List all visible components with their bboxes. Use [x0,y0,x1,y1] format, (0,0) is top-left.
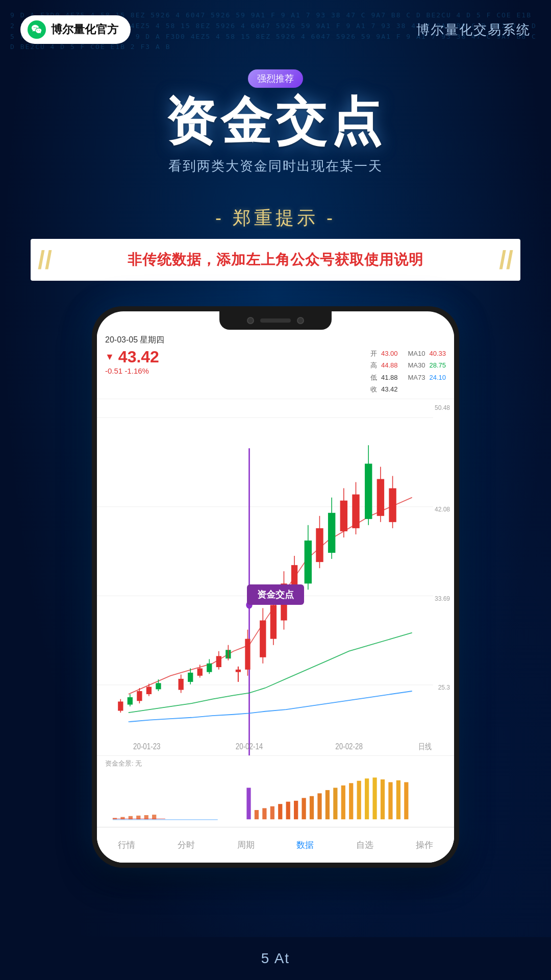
svg-rect-83 [381,779,385,819]
stock-values: 43.00 44.88 41.88 43.42 [381,348,398,396]
nav-label-fenshi: 分时 [178,839,195,851]
svg-rect-88 [113,818,165,819]
bottom-bar: 5 At [0,937,551,980]
stock-labels: 开 高 低 收 [370,348,377,396]
ma73-row: MA73 24.10 [408,372,446,383]
svg-rect-67 [255,810,259,819]
nav-label-zhouqi: 周期 [237,839,255,851]
nav-label-shuju: 数据 [296,839,314,851]
hero-section: 强烈推荐 资金交点 看到两类大资金同时出现在某一天 [0,54,551,206]
svg-rect-81 [365,778,369,819]
svg-rect-70 [278,804,282,819]
svg-rect-75 [317,793,321,819]
stock-header: 20-03-05 星期四 ▼ 43.42 -0.51 -1.16% [97,332,454,399]
volume-chart [97,769,454,820]
fund-label: 资金全景: 无 [97,756,454,769]
zjjd-tooltip: 资金交点 [247,584,304,605]
ma10-row: MA10 40.33 [408,348,446,359]
svg-rect-84 [388,782,392,819]
nav-item-hangqing[interactable]: 行情 [97,839,157,851]
y-label-2: 42.08 [435,506,450,513]
svg-rect-82 [372,777,377,819]
phone-inner: 20-03-05 星期四 ▼ 43.42 -0.51 -1.16% [97,311,454,863]
top-bar: 博尔量化官方 博尔量化交易系统 [0,0,551,54]
warning-section: - 郑重提示 - 非传统数据，添加左上角公众号获取使用说明 [0,206,551,281]
svg-text:20-01-23: 20-01-23 [133,742,161,751]
y-label-3: 33.69 [435,595,450,602]
nav-label-zixuan: 自选 [356,839,373,851]
svg-text:20-02-14: 20-02-14 [236,742,263,751]
warning-banner: 非传统数据，添加左上角公众号获取使用说明 [31,239,520,281]
svg-rect-71 [286,802,290,820]
nav-item-shuju[interactable]: 数据 [276,839,335,851]
svg-rect-79 [349,783,353,819]
recommend-badge: 强烈推荐 [248,69,303,88]
bottom-text: 5 At [261,950,290,967]
hero-title: 资金交点 [20,93,531,149]
svg-rect-86 [404,782,408,819]
svg-rect-76 [325,790,330,819]
stock-price-row: ▼ 43.42 [105,348,360,366]
stock-ma: MA10 40.33 MA30 28.75 MA73 24.10 [408,348,446,383]
phone-content: 20-03-05 星期四 ▼ 43.42 -0.51 -1.16% [97,311,454,863]
chart-area: 50.48 42.08 33.69 25.3 资金交点 [97,399,454,755]
svg-rect-85 [396,780,400,819]
svg-rect-66 [246,788,251,819]
svg-rect-87 [113,819,218,820]
stock-left: ▼ 43.42 -0.51 -1.16% [105,348,360,375]
sensor [297,317,304,324]
front-camera [247,317,254,324]
zhengzhong-title: - 郑重提示 - [20,206,531,231]
phone-outer: 20-03-05 星期四 ▼ 43.42 -0.51 -1.16% [92,306,459,868]
svg-rect-80 [357,781,361,819]
svg-rect-72 [294,801,298,819]
svg-text:20-02-28: 20-02-28 [335,742,363,751]
phone-mockup: 20-03-05 星期四 ▼ 43.42 -0.51 -1.16% [0,306,551,868]
wechat-icon [28,20,46,39]
svg-rect-77 [333,788,337,819]
svg-rect-78 [341,786,345,819]
svg-text:日线: 日线 [418,742,433,751]
stock-info-row: ▼ 43.42 -0.51 -1.16% 开 高 低 [105,348,446,396]
y-label-bottom: 25.3 [438,684,450,691]
svg-rect-74 [310,796,314,819]
ma30-row: MA30 28.75 [408,359,446,371]
wechat-button[interactable]: 博尔量化官方 [20,15,131,44]
stock-change: -0.51 -1.16% [105,366,360,375]
hero-subtitle: 看到两类大资金同时出现在某一天 [20,157,531,175]
nav-item-zhouqi[interactable]: 周期 [216,839,276,851]
phone-notch [219,311,332,330]
nav-item-caozuo[interactable]: 操作 [394,839,454,851]
svg-rect-68 [262,808,266,819]
stock-price: 43.42 [118,348,159,366]
y-label-top: 50.48 [435,404,450,411]
candlestick-svg: 20-01-23 20-02-14 20-02-28 日线 [97,399,454,755]
system-title: 博尔量化交易系统 [416,21,531,39]
svg-rect-73 [302,798,306,819]
nav-label-hangqing: 行情 [118,839,135,851]
bottom-nav: 行情 分时 周期 数据 自选 [97,827,454,863]
nav-item-zixuan[interactable]: 自选 [335,839,395,851]
wechat-label: 博尔量化官方 [51,22,118,37]
svg-rect-69 [270,806,274,819]
svg-rect-31 [236,669,241,672]
nav-label-caozuo: 操作 [416,839,433,851]
bottom-panel: 资金全景: 无 [97,755,454,863]
stock-date: 20-03-05 星期四 [105,335,446,346]
price-arrow: ▼ [105,352,114,362]
speaker [260,318,291,323]
warning-text: 非传统数据，添加左上角公众号获取使用说明 [128,252,423,267]
nav-item-fenshi[interactable]: 分时 [157,839,216,851]
